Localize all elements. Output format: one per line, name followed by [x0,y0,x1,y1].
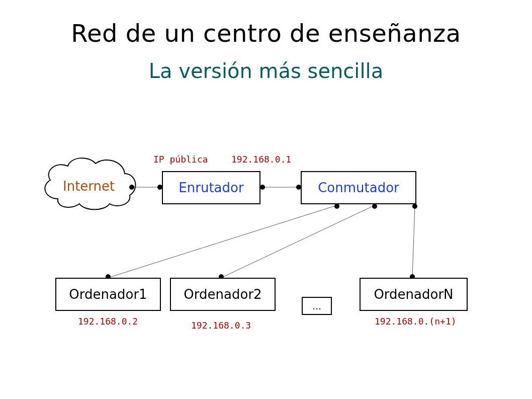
label-pcn-ip: 192.168.0.(n+1) [375,316,457,327]
svg-line-9 [221,205,375,278]
svg-point-13 [412,204,417,209]
label-pc2-ip: 192.168.0.3 [191,320,251,331]
label-router-lan-ip: 192.168.0.1 [231,154,291,165]
svg-point-1 [129,185,134,190]
node-pcn: OrdenadorN [360,278,468,311]
diagram-stage: Red de un centro de enseñanza La versión… [0,0,532,399]
node-pc2: Ordenador2 [170,278,276,311]
svg-line-12 [412,205,415,278]
label-pc1-ip: 192.168.0.2 [78,316,138,327]
node-internet: Internet [63,179,115,194]
svg-line-6 [108,205,337,278]
page-title: Red de un centro de enseñanza [0,19,532,47]
label-router-wan-ip: IP pública [153,154,208,165]
page-subtitle: La versión más sencilla [0,59,532,83]
node-switch: Conmutador [301,171,416,204]
node-router: Enrutador [162,171,260,204]
svg-point-10 [372,204,377,209]
svg-point-4 [260,185,265,190]
node-pc1: Ordenador1 [55,278,161,311]
svg-point-7 [334,204,339,209]
node-ellipsis: … [302,297,332,315]
